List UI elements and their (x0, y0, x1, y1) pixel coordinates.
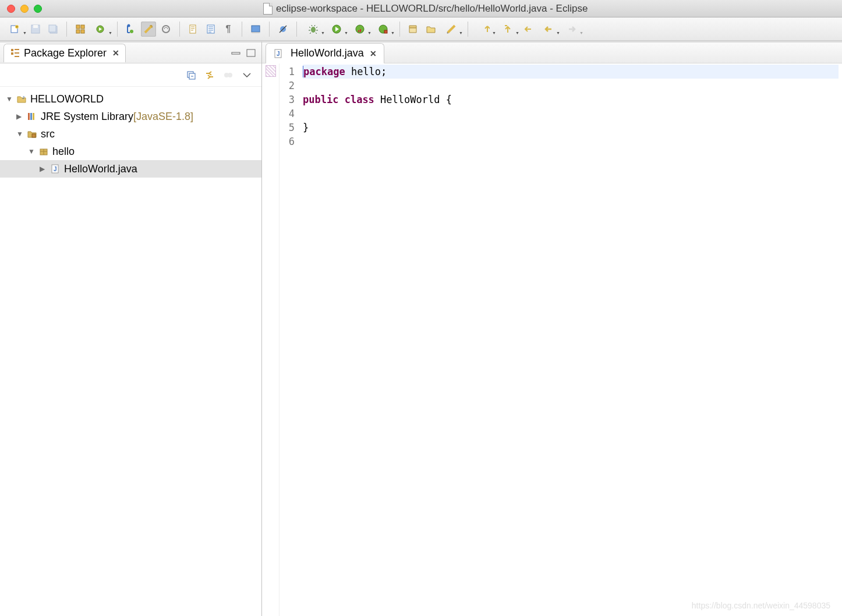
source-folder-icon (27, 129, 37, 139)
prev-annotation-button[interactable]: ▼ (497, 22, 518, 37)
window-controls (7, 5, 42, 13)
collapse-all-button[interactable] (185, 69, 197, 82)
svg-text:J: J (22, 95, 24, 100)
svg-rect-9 (81, 30, 84, 33)
minimize-window-button[interactable] (20, 5, 29, 13)
close-tab-icon[interactable]: ✕ (112, 48, 119, 58)
skip-breakpoints-button[interactable] (275, 22, 291, 37)
svg-rect-5 (49, 25, 56, 32)
back-button[interactable]: ▼ (538, 22, 559, 37)
new-button[interactable]: ▼ (5, 22, 26, 37)
svg-rect-25 (384, 30, 387, 33)
block-selection-button[interactable] (158, 22, 174, 37)
expander-icon[interactable]: ▼ (6, 95, 14, 103)
line-numbers: 1 2 3 4 5 6 (280, 63, 299, 616)
package-explorer-tab[interactable]: Package Explorer ✕ (3, 44, 126, 62)
project-tree: ▼ J HELLOWORLD ▶ JRE System Library [Jav… (0, 87, 261, 181)
document-icon (263, 3, 273, 15)
window-title-text: eclipse-workspace - HELLOWORLD/src/hello… (276, 3, 588, 15)
svg-text:J: J (54, 166, 57, 172)
editor-gutter (262, 63, 280, 616)
open-task-button[interactable] (406, 22, 421, 37)
svg-rect-29 (15, 52, 19, 54)
code-text: hello; (345, 66, 387, 77)
src-folder-node[interactable]: ▼ src (0, 125, 261, 143)
src-label: src (41, 128, 55, 140)
package-icon (38, 146, 49, 157)
svg-rect-3 (33, 25, 38, 28)
editor-tab[interactable]: J HelloWorld.java ✕ (266, 43, 384, 63)
java-file-node[interactable]: ▶ J HelloWorld.java (0, 160, 261, 178)
java-file-icon: J (50, 164, 61, 174)
new-source-button[interactable] (203, 22, 218, 37)
expander-icon[interactable]: ▼ (16, 130, 24, 138)
line-number: 6 (280, 134, 295, 148)
editor-panel: J HelloWorld.java ✕ 1 2 3 4 5 6 package … (262, 41, 842, 616)
svg-rect-6 (76, 25, 80, 29)
code-kw: public (303, 94, 338, 105)
expander-icon[interactable]: ▶ (40, 165, 48, 173)
package-node[interactable]: ▼ hello (0, 143, 261, 160)
run-button[interactable]: ▼ (326, 22, 347, 37)
debug-button[interactable]: ▼ (303, 22, 324, 37)
line-number: 5 (280, 121, 295, 134)
explorer-tab-row: Package Explorer ✕ (0, 43, 261, 63)
focus-task-button[interactable] (222, 69, 235, 82)
open-resource-button[interactable] (423, 22, 438, 37)
expander-icon[interactable]: ▶ (16, 112, 24, 121)
package-explorer-panel: Package Explorer ✕ (0, 41, 262, 616)
close-tab-icon[interactable]: ✕ (370, 49, 377, 58)
new-java-button[interactable]: ▼ (90, 22, 111, 37)
explorer-tab-label: Package Explorer (24, 47, 107, 59)
save-all-button[interactable] (45, 22, 61, 37)
main-area: Package Explorer ✕ (0, 41, 842, 616)
close-window-button[interactable] (7, 5, 15, 13)
gutter-mark-icon (266, 65, 276, 77)
editor-body[interactable]: 1 2 3 4 5 6 package hello; public class … (262, 63, 842, 616)
code-text: } (303, 122, 309, 133)
toggle-mark-occurrences-button[interactable] (141, 22, 156, 37)
svg-rect-39 (30, 113, 32, 120)
forward-button[interactable]: ▼ (561, 22, 582, 37)
code-kw: class (345, 94, 374, 105)
svg-rect-30 (15, 56, 19, 57)
save-button[interactable] (28, 22, 43, 37)
code-text: HelloWorld { (374, 94, 452, 105)
line-number: 3 (280, 93, 295, 107)
link-with-editor-button[interactable] (203, 69, 216, 82)
maximize-window-button[interactable] (34, 5, 42, 13)
svg-rect-22 (358, 30, 359, 32)
external-tools-button[interactable]: ▼ (373, 22, 394, 37)
new-type-button[interactable] (186, 22, 201, 37)
maximize-panel-button[interactable] (245, 48, 257, 58)
coverage-button[interactable]: ▼ (349, 22, 370, 37)
expander-icon[interactable]: ▼ (28, 147, 36, 155)
view-menu-button[interactable] (240, 69, 253, 82)
project-node[interactable]: ▼ J HELLOWORLD (0, 90, 261, 108)
window-title: eclipse-workspace - HELLOWORLD/src/hello… (263, 3, 835, 15)
last-edit-button[interactable] (521, 22, 536, 37)
explorer-toolbar (0, 63, 261, 87)
next-annotation-button[interactable]: ▼ (474, 22, 495, 37)
svg-rect-32 (247, 49, 255, 56)
package-label: hello (52, 146, 75, 158)
editor-tab-label: HelloWorld.java (291, 47, 364, 59)
project-label: HELLOWORLD (30, 93, 104, 105)
watermark: https://blog.csdn.net/weixin_44598035 (692, 601, 830, 610)
show-whitespace-button[interactable]: ¶ (221, 22, 236, 37)
open-console-button[interactable] (248, 22, 263, 37)
jre-library-node[interactable]: ▶ JRE System Library [JavaSE-1.8] (0, 108, 261, 125)
toggle-breadcrumb-button[interactable] (123, 22, 139, 37)
minimize-panel-button[interactable] (230, 48, 242, 58)
svg-point-13 (162, 26, 169, 33)
svg-rect-26 (11, 49, 13, 51)
title-bar: eclipse-workspace - HELLOWORLD/src/hello… (0, 0, 842, 17)
package-explorer-icon (10, 48, 20, 58)
switch-editor-button[interactable] (73, 22, 88, 37)
library-icon (27, 111, 37, 122)
svg-rect-38 (28, 113, 30, 120)
svg-text:J: J (277, 51, 280, 57)
code-editor[interactable]: package hello; public class HelloWorld {… (299, 63, 842, 616)
line-number: 1 (280, 65, 295, 79)
search-button[interactable]: ▼ (441, 22, 462, 37)
